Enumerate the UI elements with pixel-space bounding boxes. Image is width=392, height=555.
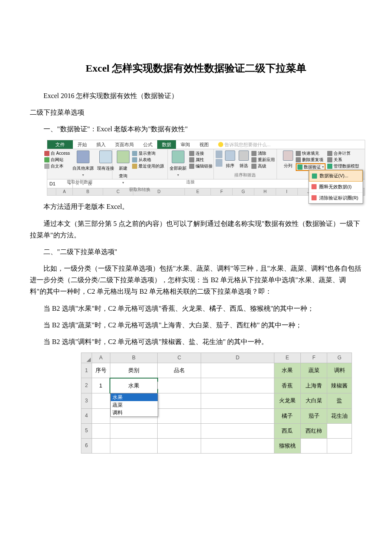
cell-A1[interactable]: 序号 <box>92 363 110 378</box>
col-A[interactable]: A <box>56 188 73 195</box>
cell-B5[interactable] <box>110 423 158 438</box>
sheet-col-A[interactable]: A <box>92 353 110 363</box>
tell-me[interactable]: 告诉我您想要做什么... <box>213 140 275 149</box>
sheet-col-G[interactable]: G <box>327 353 352 363</box>
sheet-row-6[interactable]: 6 <box>81 438 92 453</box>
cell-A4[interactable] <box>92 408 110 423</box>
sheet-col-E[interactable]: E <box>274 353 300 363</box>
sheet-col-C[interactable]: C <box>158 353 201 363</box>
btn-clear-filter[interactable]: 清除 <box>251 150 275 156</box>
btn-text-to-columns[interactable]: 分列 <box>282 150 294 169</box>
btn-consolidate[interactable]: 合并计算 <box>327 150 359 156</box>
sheet-row-3[interactable]: 3 <box>81 393 92 409</box>
cell-A6[interactable] <box>92 438 110 453</box>
sheet-corner[interactable] <box>81 353 92 363</box>
col-F[interactable]: F <box>211 188 233 195</box>
cell-F2[interactable]: 上海青 <box>300 378 327 393</box>
btn-relations[interactable]: 关系 <box>327 157 359 163</box>
btn-reapply[interactable]: 重新应用 <box>251 157 275 163</box>
tab-view[interactable]: 视图 <box>195 140 213 149</box>
select-all-corner[interactable] <box>47 188 56 195</box>
cell-D5[interactable] <box>201 423 274 438</box>
btn-connections[interactable]: 连接 <box>189 150 213 156</box>
menu-clear-circles[interactable]: 清除验证标识圈(R) <box>309 193 363 204</box>
btn-from-text[interactable]: 自文本 <box>44 163 70 169</box>
col-H[interactable]: H <box>254 188 276 195</box>
cell-C4[interactable] <box>158 408 201 423</box>
dropdown-option-3[interactable]: 调料 <box>111 409 158 416</box>
dropdown-option-1[interactable]: 水果 <box>111 393 158 401</box>
btn-from-web[interactable]: 自网站 <box>44 157 70 163</box>
cell-F6[interactable] <box>300 438 327 453</box>
tab-data[interactable]: 数据 <box>157 140 176 149</box>
btn-sort[interactable]: 排序 <box>224 150 236 169</box>
cell-D4[interactable] <box>201 408 274 423</box>
btn-remove-dup[interactable]: 删除重复项 <box>296 157 326 163</box>
sort-za-icon[interactable] <box>216 159 222 167</box>
menu-circle-invalid[interactable]: 圈释无效数据(I) <box>309 182 363 193</box>
cell-A5[interactable] <box>92 423 110 438</box>
col-I[interactable]: I <box>276 188 298 195</box>
btn-advanced[interactable]: 高级 <box>251 163 275 169</box>
cell-D6[interactable] <box>201 438 274 453</box>
sheet-col-F[interactable]: F <box>300 353 327 363</box>
cell-F1[interactable]: 蔬菜 <box>300 363 327 378</box>
cell-E1[interactable]: 水果 <box>274 363 300 378</box>
cell-B2[interactable]: 水果 水果 蔬菜 调料 <box>110 378 158 393</box>
cell-F3[interactable]: 大白菜 <box>300 393 327 409</box>
btn-recent-sources[interactable]: 最近使用的源 <box>132 163 164 169</box>
tab-review[interactable]: 审阅 <box>176 140 195 149</box>
cell-E6[interactable]: 猕猴桃 <box>274 438 300 453</box>
sheet-row-4[interactable]: 4 <box>81 408 92 423</box>
tab-layout[interactable]: 页面布局 <box>110 140 138 149</box>
cell-G1[interactable]: 调料 <box>327 363 352 378</box>
cell-C2[interactable] <box>158 378 201 393</box>
sheet-col-D[interactable]: D <box>201 353 274 363</box>
cell-A3[interactable] <box>92 393 110 409</box>
tab-file[interactable]: 文件 <box>47 140 73 149</box>
col-E[interactable]: E <box>185 188 211 195</box>
btn-other-sources[interactable]: 自其他来源 ▾ <box>72 150 95 178</box>
btn-edit-links[interactable]: 编辑链接 <box>189 163 213 169</box>
tab-insert[interactable]: 插入 <box>92 140 110 149</box>
cell-C5[interactable] <box>158 423 201 438</box>
btn-new-query[interactable]: 新建 查询▾ <box>116 150 130 186</box>
cell-B1[interactable]: 类别 <box>110 363 158 378</box>
btn-from-table[interactable]: 从表格 <box>132 157 164 163</box>
cell-D1[interactable] <box>201 363 274 378</box>
menu-data-validation[interactable]: 数据验证(V)... <box>309 170 363 182</box>
cell-C1[interactable]: 品名 <box>158 363 201 378</box>
dropdown-option-2[interactable]: 蔬菜 <box>111 401 158 409</box>
cell-E4[interactable]: 橘子 <box>274 408 300 423</box>
cell-G6[interactable] <box>327 438 352 453</box>
cell-B6[interactable] <box>110 438 158 453</box>
cell-G2[interactable]: 辣椒酱 <box>327 378 352 393</box>
tab-home[interactable]: 开始 <box>73 140 92 149</box>
btn-show-queries[interactable]: 显示查询 <box>132 150 164 156</box>
cell-E2[interactable]: 香蕉 <box>274 378 300 393</box>
sheet-col-B[interactable]: B <box>110 353 158 363</box>
tab-formula[interactable]: 公式 <box>138 140 157 149</box>
cell-E3[interactable]: 火龙果 <box>274 393 300 409</box>
sheet-row-1[interactable]: 1 <box>81 363 92 378</box>
sort-az-icon[interactable] <box>216 150 222 158</box>
sheet-row-5[interactable]: 5 <box>81 423 92 438</box>
btn-properties[interactable]: 属性 <box>189 157 213 163</box>
cell-D2[interactable] <box>201 378 274 393</box>
btn-filter[interactable]: 筛选 <box>238 150 250 169</box>
cell-G5[interactable] <box>327 423 352 438</box>
cell-C6[interactable] <box>158 438 201 453</box>
cell-E5[interactable]: 西瓜 <box>274 423 300 438</box>
cell-C3[interactable] <box>158 393 201 409</box>
cell-G4[interactable]: 花生油 <box>327 408 352 423</box>
cell-G3[interactable]: 盐 <box>327 393 352 409</box>
btn-from-access[interactable]: 自 Access <box>44 150 70 156</box>
col-G[interactable]: G <box>233 188 254 195</box>
cell-A2[interactable]: 1 <box>92 378 110 393</box>
cell-F5[interactable]: 西红柿 <box>300 423 327 438</box>
btn-data-model[interactable]: 管理数据模型 <box>327 163 359 169</box>
col-B[interactable]: B <box>73 188 103 195</box>
cell-F4[interactable]: 茄子 <box>300 408 327 423</box>
btn-refresh-all[interactable]: 全部刷新 ▾ <box>169 150 187 178</box>
btn-flash-fill[interactable]: 快速填充 <box>296 150 326 156</box>
